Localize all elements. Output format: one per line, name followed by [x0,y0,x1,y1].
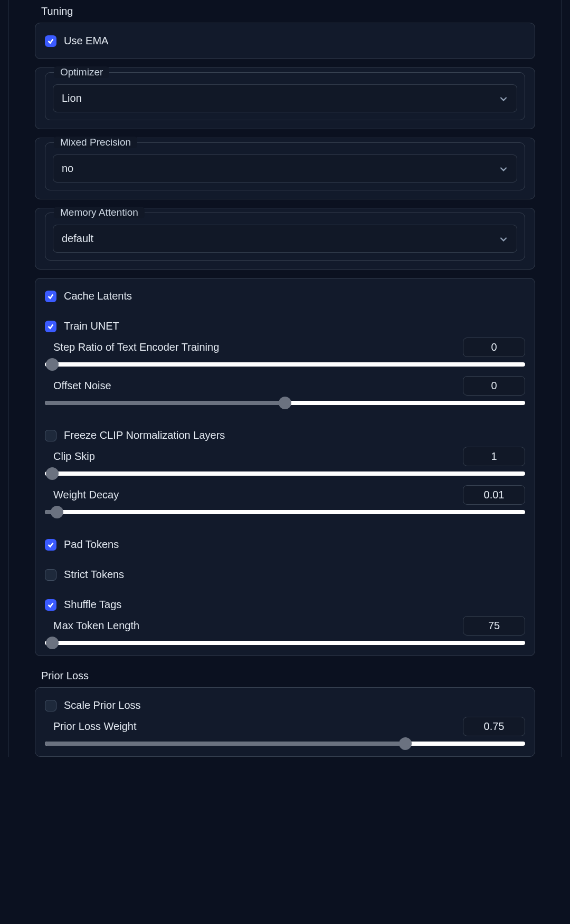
slider-thumb[interactable] [46,358,59,371]
clip-skip-value[interactable]: 1 [463,447,525,466]
prior-loss-section-title: Prior Loss [35,665,535,687]
step-ratio-slider[interactable] [45,362,525,367]
train-unet-label: Train UNET [64,320,119,332]
step-ratio-label: Step Ratio of Text Encoder Training [53,341,219,353]
mixed-precision-value: no [62,162,73,175]
memory-attention-value: default [62,233,93,245]
mixed-precision-legend: Mixed Precision [54,137,137,148]
freeze-clip-label: Freeze CLIP Normalization Layers [64,429,225,441]
mixed-precision-select[interactable]: no [53,155,517,182]
scale-prior-loss-label: Scale Prior Loss [64,699,141,711]
memory-attention-legend: Memory Attention [54,207,145,218]
prior-loss-weight-value[interactable]: 0.75 [463,717,525,736]
train-unet-checkbox[interactable] [45,321,56,332]
slider-thumb[interactable] [46,637,59,649]
shuffle-tags-checkbox[interactable] [45,599,56,611]
tuning-section-title: Tuning [35,0,535,23]
advanced-panel: Cache Latents Train UNET Step Ratio of T… [35,278,535,656]
check-icon [47,601,54,609]
weight-decay-label: Weight Decay [53,489,119,501]
chevron-down-icon [499,164,508,174]
use-ema-label: Use EMA [64,35,108,47]
cache-latents-checkbox[interactable] [45,291,56,302]
offset-noise-label: Offset Noise [53,380,111,392]
max-token-length-label: Max Token Length [53,620,139,632]
max-token-length-value[interactable]: 75 [463,616,525,636]
slider-thumb[interactable] [279,397,291,409]
use-ema-checkbox[interactable] [45,35,56,47]
check-icon [47,323,54,330]
slider-thumb[interactable] [51,506,63,518]
check-icon [47,293,54,300]
offset-noise-slider[interactable] [45,401,525,405]
weight-decay-slider[interactable] [45,510,525,514]
memory-attention-select[interactable]: default [53,225,517,253]
slider-thumb[interactable] [46,467,59,480]
clip-skip-slider[interactable] [45,471,525,476]
chevron-down-icon [499,234,508,244]
slider-thumb[interactable] [399,737,412,750]
strict-tokens-label: Strict Tokens [64,569,124,581]
scale-prior-loss-checkbox[interactable] [45,700,56,711]
step-ratio-value[interactable]: 0 [463,338,525,357]
freeze-clip-checkbox[interactable] [45,430,56,441]
pad-tokens-label: Pad Tokens [64,538,119,551]
check-icon [47,541,54,548]
optimizer-legend: Optimizer [54,66,109,78]
prior-loss-weight-slider[interactable] [45,742,525,746]
chevron-down-icon [499,94,508,103]
clip-skip-label: Clip Skip [53,450,95,463]
max-token-length-slider[interactable] [45,641,525,645]
offset-noise-value[interactable]: 0 [463,376,525,396]
strict-tokens-checkbox[interactable] [45,569,56,581]
use-ema-panel: Use EMA [35,23,535,59]
check-icon [47,37,54,45]
optimizer-select[interactable]: Lion [53,84,517,112]
pad-tokens-checkbox[interactable] [45,539,56,551]
optimizer-value: Lion [62,92,82,104]
weight-decay-value[interactable]: 0.01 [463,485,525,505]
prior-loss-panel: Scale Prior Loss Prior Loss Weight 0.75 [35,687,535,757]
shuffle-tags-label: Shuffle Tags [64,599,121,611]
prior-loss-weight-label: Prior Loss Weight [53,720,136,733]
cache-latents-label: Cache Latents [64,290,132,302]
